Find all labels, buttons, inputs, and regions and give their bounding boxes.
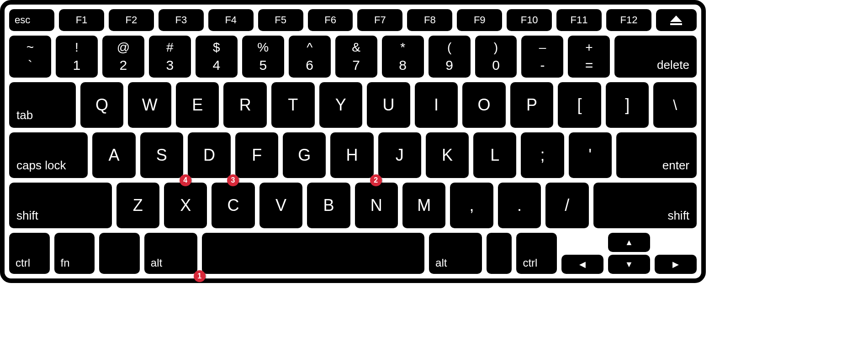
- key-f5[interactable]: F5: [258, 9, 303, 31]
- key-a[interactable]: A: [92, 132, 135, 178]
- key-g[interactable]: G: [283, 132, 326, 178]
- key-bracket-right[interactable]: ]: [606, 82, 649, 128]
- key-ctrl-right[interactable]: ctrl: [516, 233, 557, 274]
- key-equals[interactable]: +=: [568, 36, 610, 78]
- key-alt-left[interactable]: alt: [144, 233, 197, 274]
- key-arrow-right[interactable]: ▶: [655, 255, 697, 274]
- key-comma[interactable]: ,: [450, 183, 493, 228]
- annotation-badge-1: 1: [194, 270, 206, 282]
- key-period[interactable]: .: [498, 183, 541, 228]
- key-w[interactable]: W: [128, 82, 171, 128]
- key-arrow-left[interactable]: ◀: [561, 255, 603, 274]
- key-label: F10: [521, 14, 538, 26]
- key-n[interactable]: N: [355, 183, 398, 228]
- key-2[interactable]: @2: [102, 36, 144, 78]
- key-o[interactable]: O: [462, 82, 506, 128]
- key-eject[interactable]: [656, 9, 697, 31]
- key-h[interactable]: H: [330, 132, 373, 178]
- key-arrow-up[interactable]: ▲: [608, 233, 650, 252]
- key-label: B: [323, 196, 334, 215]
- key-f10[interactable]: F10: [507, 9, 552, 31]
- key-k[interactable]: K: [426, 132, 469, 178]
- key-label: F7: [374, 14, 386, 26]
- key-s[interactable]: S: [140, 132, 183, 178]
- key-lower: 0: [492, 58, 500, 72]
- key-5[interactable]: %5: [242, 36, 284, 78]
- key-delete[interactable]: delete: [614, 36, 697, 78]
- key-t[interactable]: T: [271, 82, 315, 128]
- key-backslash[interactable]: \: [653, 82, 697, 128]
- key-label: H: [346, 146, 358, 165]
- key-f4[interactable]: F4: [208, 9, 254, 31]
- key-f[interactable]: F: [235, 132, 278, 178]
- key-x[interactable]: X: [164, 183, 207, 228]
- key-arrow-down[interactable]: ▼: [608, 255, 650, 274]
- key-quote[interactable]: ': [569, 132, 612, 178]
- key-enter[interactable]: enter: [616, 132, 697, 178]
- key-6[interactable]: ^6: [289, 36, 331, 78]
- key-upper: $: [213, 41, 220, 54]
- key-b[interactable]: B: [307, 183, 350, 228]
- key-u[interactable]: U: [367, 82, 410, 128]
- key-0[interactable]: )0: [475, 36, 517, 78]
- key-v[interactable]: V: [259, 183, 302, 228]
- key-f8[interactable]: F8: [407, 9, 452, 31]
- key-l[interactable]: L: [473, 132, 516, 178]
- key-c[interactable]: C: [212, 183, 254, 228]
- key-semicolon[interactable]: ;: [521, 132, 564, 178]
- key-label: enter: [662, 158, 689, 173]
- key-shift-right[interactable]: shift: [593, 183, 697, 228]
- key-fn[interactable]: fn: [54, 233, 95, 274]
- key-slash[interactable]: /: [545, 183, 588, 228]
- key-label: F5: [275, 14, 286, 26]
- key-f6[interactable]: F6: [308, 9, 353, 31]
- key-capslock[interactable]: caps lock: [9, 132, 88, 178]
- key-label: V: [275, 196, 286, 215]
- key-upper: #: [166, 41, 174, 54]
- key-f3[interactable]: F3: [159, 9, 204, 31]
- key-j[interactable]: J: [378, 132, 421, 178]
- key-r[interactable]: R: [223, 82, 267, 128]
- arrow-left-icon: ◀: [579, 259, 586, 269]
- key-ctrl-left[interactable]: ctrl: [9, 233, 50, 274]
- key-label: T: [288, 95, 298, 115]
- key-shift-left[interactable]: shift: [9, 183, 112, 228]
- key-tab[interactable]: tab: [9, 82, 76, 128]
- key-i[interactable]: I: [415, 82, 458, 128]
- key-label: ,: [470, 196, 474, 215]
- key-f12[interactable]: F12: [606, 9, 651, 31]
- key-f7[interactable]: F7: [357, 9, 402, 31]
- key-esc[interactable]: esc: [9, 9, 54, 31]
- key-f9[interactable]: F9: [457, 9, 502, 31]
- key-m[interactable]: M: [402, 183, 445, 228]
- key-9[interactable]: (9: [429, 36, 471, 78]
- key-lower: 7: [352, 58, 360, 72]
- key-space[interactable]: [202, 233, 424, 274]
- key-4[interactable]: $4: [196, 36, 238, 78]
- key-d[interactable]: D: [188, 132, 231, 178]
- key-upper: @: [117, 41, 130, 54]
- key-q[interactable]: Q: [80, 82, 124, 128]
- key-f11[interactable]: F11: [556, 9, 602, 31]
- key-bracket-left[interactable]: [: [558, 82, 601, 128]
- key-label: R: [239, 95, 251, 115]
- key-8[interactable]: *8: [382, 36, 424, 78]
- key-minus[interactable]: –-: [521, 36, 563, 78]
- key-lower: `: [28, 58, 32, 72]
- key-f1[interactable]: F1: [59, 9, 104, 31]
- key-p[interactable]: P: [510, 82, 554, 128]
- key-label: ctrl: [16, 257, 30, 269]
- key-1[interactable]: !1: [56, 36, 98, 78]
- key-blank-right[interactable]: [487, 233, 512, 274]
- key-y[interactable]: Y: [319, 82, 363, 128]
- key-e[interactable]: E: [176, 82, 219, 128]
- key-z[interactable]: Z: [116, 183, 159, 228]
- key-alt-right[interactable]: alt: [429, 233, 482, 274]
- key-blank-left[interactable]: [99, 233, 140, 274]
- key-f2[interactable]: F2: [109, 9, 154, 31]
- key-label: shift: [667, 209, 689, 223]
- key-backtick[interactable]: ~`: [9, 36, 51, 78]
- key-7[interactable]: &7: [335, 36, 377, 78]
- key-3[interactable]: #3: [149, 36, 191, 78]
- key-label: delete: [657, 58, 689, 72]
